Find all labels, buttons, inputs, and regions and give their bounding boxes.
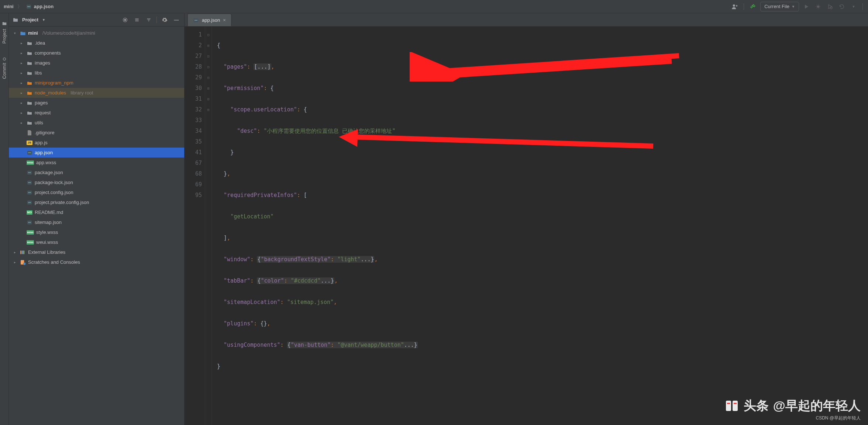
fold-marker[interactable]: ⊟ xyxy=(205,30,211,40)
run-config-dropdown[interactable]: Current File ▼ xyxy=(760,2,799,11)
tree-item[interactable]: ▸images xyxy=(9,58,184,68)
tree-item[interactable]: project.config.json xyxy=(9,187,184,197)
tree-item[interactable]: wxssapp.wxss xyxy=(9,158,184,167)
tree-item[interactable]: wxssstyle.wxss xyxy=(9,227,184,237)
project-panel-header: Project ▼ — xyxy=(9,13,184,27)
code-text[interactable]: { "pages": [...], "permission": { "scope… xyxy=(212,27,868,425)
external-libraries-label: External Libraries xyxy=(28,249,65,255)
svg-point-5 xyxy=(817,5,820,8)
wxss-icon: wxss xyxy=(27,240,34,245)
line-number: 27 xyxy=(185,51,202,62)
tree-item[interactable]: package.json xyxy=(9,167,184,177)
fold-marker[interactable]: ⊞ xyxy=(205,83,211,94)
wxss-icon: wxss xyxy=(27,230,34,235)
fold-marker[interactable]: ⊞ xyxy=(205,40,211,51)
chevron-right-icon: ▸ xyxy=(14,260,18,264)
svg-rect-35 xyxy=(23,250,24,254)
folder-icon xyxy=(27,70,32,76)
svg-point-10 xyxy=(28,152,29,153)
rerun-icon[interactable] xyxy=(837,2,846,11)
tree-item[interactable]: package-lock.json xyxy=(9,177,184,187)
json-icon xyxy=(27,220,32,225)
tree-item-name: project.config.json xyxy=(35,190,73,195)
tree-item-name: README.md xyxy=(35,210,63,215)
fold-marker[interactable]: ⊟ xyxy=(205,62,211,72)
fold-marker[interactable]: ⊞ xyxy=(205,104,211,115)
hammer-build-icon[interactable] xyxy=(748,2,757,11)
svg-rect-47 xyxy=(727,403,730,404)
txt-icon xyxy=(27,130,32,136)
select-opened-file-icon[interactable] xyxy=(121,16,129,24)
libraries-icon xyxy=(20,249,26,255)
tree-item[interactable]: ▸pages xyxy=(9,98,184,108)
toolwindow-commit-tab[interactable]: Commit xyxy=(2,58,7,79)
line-number: 34 xyxy=(185,126,202,137)
chevron-down-icon[interactable]: ▼ xyxy=(42,18,45,22)
line-number: 95 xyxy=(185,190,202,201)
editor-tabstrip: app.json × xyxy=(185,13,868,27)
tree-item[interactable]: .gitignore xyxy=(9,128,184,138)
line-number: 41 xyxy=(185,147,202,158)
user-add-icon[interactable] xyxy=(730,2,739,11)
tree-item-name: pages xyxy=(35,100,48,106)
tree-item[interactable]: ▸components xyxy=(9,48,184,58)
fold-marker[interactable]: ⊟ xyxy=(205,72,211,83)
line-number: 67 xyxy=(185,158,202,169)
wxss-icon: wxss xyxy=(27,160,34,165)
left-tool-gutter: Project Commit xyxy=(0,13,9,425)
expand-all-icon[interactable] xyxy=(133,16,141,24)
svg-rect-45 xyxy=(726,401,731,411)
code-area[interactable]: 122728293031323334354167686995 ⊟⊞⊟⊟⊟⊞⊞⊞ … xyxy=(185,27,868,425)
tree-item[interactable]: ▸utils xyxy=(9,118,184,128)
project-tree[interactable]: ▾ mini /Volumes/code/tijian/mini ▸.idea▸… xyxy=(9,27,184,425)
tree-item[interactable]: ▸request xyxy=(9,108,184,118)
breadcrumb-item[interactable]: app.json xyxy=(34,4,54,9)
tree-item-suffix: library root xyxy=(70,90,93,96)
run-coverage-icon[interactable] xyxy=(826,2,834,11)
tree-item[interactable]: MDREADME.md xyxy=(9,207,184,217)
svg-rect-48 xyxy=(734,403,737,404)
line-number: 31 xyxy=(185,94,202,104)
breadcrumb-item[interactable]: mini xyxy=(4,4,14,9)
tree-item[interactable]: wxssweui.wxss xyxy=(9,237,184,247)
json-icon xyxy=(26,4,32,10)
fold-marker[interactable]: ⊞ xyxy=(205,94,211,104)
tree-item-name: images xyxy=(35,60,50,66)
tree-root[interactable]: ▾ mini /Volumes/code/tijian/mini xyxy=(9,28,184,38)
hide-panel-icon[interactable]: — xyxy=(172,16,180,24)
svg-point-26 xyxy=(28,202,29,203)
folder-open-icon xyxy=(20,30,26,36)
tree-item[interactable]: ▸libs xyxy=(9,68,184,78)
svg-point-24 xyxy=(30,192,31,193)
editor-tab[interactable]: app.json × xyxy=(187,14,231,26)
watermark-sub: CSDN @早起的年轻人 xyxy=(816,415,861,421)
run-icon[interactable] xyxy=(802,2,811,11)
toolwindow-project-tab[interactable]: Project xyxy=(1,21,7,44)
debug-icon[interactable] xyxy=(814,2,823,11)
collapse-all-icon[interactable] xyxy=(145,16,153,24)
tree-item[interactable]: ▸node_moduleslibrary root xyxy=(9,88,184,98)
commit-icon xyxy=(3,58,6,61)
gear-icon[interactable] xyxy=(161,16,169,24)
tree-item[interactable]: sitemap.json xyxy=(9,217,184,227)
tree-item[interactable]: ▸miniprogram_npm xyxy=(9,78,184,88)
tree-item[interactable]: JSapp.js xyxy=(9,138,184,148)
svg-point-16 xyxy=(30,172,31,173)
fold-gutter[interactable]: ⊟⊞⊟⊟⊟⊞⊞⊞ xyxy=(205,27,212,425)
more-toolbar-icon[interactable]: ▼ xyxy=(849,2,858,11)
svg-point-3 xyxy=(29,6,30,7)
tree-item-name: sitemap.json xyxy=(35,220,62,225)
tree-root-path: /Volumes/code/tijian/mini xyxy=(42,30,95,36)
svg-point-37 xyxy=(23,262,26,265)
external-libraries[interactable]: ▸ External Libraries xyxy=(9,247,184,257)
breadcrumb: mini 〉 app.json xyxy=(4,3,54,10)
tree-item[interactable]: ▸.idea xyxy=(9,38,184,48)
fold-marker[interactable]: ⊟ xyxy=(205,51,211,62)
tree-item[interactable]: project.private.config.json xyxy=(9,197,184,207)
close-icon[interactable]: × xyxy=(223,17,226,23)
chevron-right-icon: ▸ xyxy=(21,91,24,95)
tree-item[interactable]: app.json xyxy=(9,148,184,158)
scratches-and-consoles[interactable]: ▸ Scratches and Consoles xyxy=(9,257,184,267)
project-header-title: Project xyxy=(22,17,38,23)
line-number: 2 xyxy=(185,40,202,51)
